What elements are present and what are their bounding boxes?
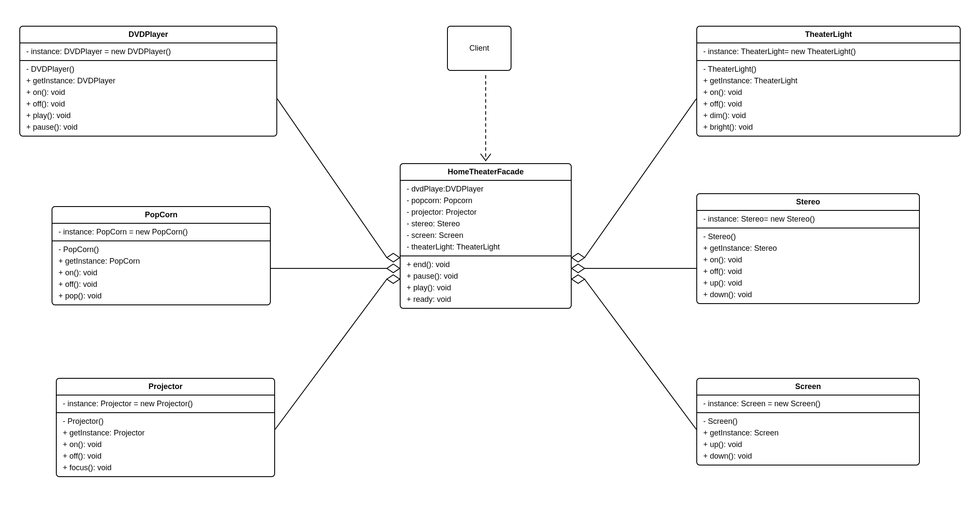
- class-operations: - PopCorn()+ getInstance: PopCorn+ on():…: [52, 241, 270, 304]
- class-title: Screen: [697, 379, 919, 395]
- uml-row: - instance: DVDPlayer = new DVDPlayer(): [26, 46, 270, 58]
- uml-row: - PopCorn(): [58, 244, 264, 256]
- svg-marker-5: [572, 264, 585, 273]
- class-attributes: - instance: TheaterLight= new TheaterLig…: [697, 43, 960, 61]
- uml-row: + off(): void: [58, 279, 264, 290]
- uml-row: + off(): void: [703, 266, 913, 277]
- uml-row: + off(): void: [26, 98, 270, 110]
- uml-row: + up(): void: [703, 439, 913, 450]
- uml-row: - DVDPlayer(): [26, 64, 270, 75]
- uml-row: - Screen(): [703, 416, 913, 427]
- class-popcorn: PopCorn - instance: PopCorn = new PopCor…: [52, 206, 271, 305]
- class-dvdplayer: DVDPlayer - instance: DVDPlayer = new DV…: [19, 26, 277, 137]
- svg-marker-1: [387, 253, 400, 262]
- class-operations: - TheaterLight()+ getInstance: TheaterLi…: [697, 61, 960, 136]
- uml-row: - stereo: Stereo: [407, 218, 565, 230]
- class-operations: - DVDPlayer()+ getInstance: DVDPlayer+ o…: [20, 61, 276, 136]
- class-screen: Screen - instance: Screen = new Screen()…: [696, 378, 920, 465]
- uml-row: + getInstance: Projector: [63, 427, 268, 439]
- class-projector: Projector - instance: Projector = new Pr…: [56, 378, 275, 477]
- uml-row: - instance: Projector = new Projector(): [63, 398, 268, 410]
- uml-row: - Projector(): [63, 416, 268, 427]
- uml-row: + off(): void: [63, 450, 268, 462]
- uml-row: - dvdPlaye:DVDPlayer: [407, 183, 565, 195]
- svg-marker-4: [572, 253, 585, 262]
- uml-row: + on(): void: [58, 267, 264, 279]
- uml-row: + end(): void: [407, 259, 565, 271]
- uml-row: + down(): void: [703, 450, 913, 462]
- class-title: Stereo: [697, 194, 919, 211]
- uml-row: + getInstance: Screen: [703, 427, 913, 439]
- uml-row: + getInstance: TheaterLight: [703, 75, 954, 87]
- uml-row: - TheaterLight(): [703, 64, 954, 75]
- svg-marker-2: [387, 264, 400, 273]
- uml-row: + play(): void: [407, 282, 565, 294]
- uml-row: + off(): void: [703, 98, 954, 110]
- uml-row: + on(): void: [703, 254, 913, 266]
- class-title: TheaterLight: [697, 27, 960, 43]
- uml-row: + getInstance: Stereo: [703, 243, 913, 254]
- class-attributes: - instance: Screen = new Screen(): [697, 395, 919, 413]
- class-title: DVDPlayer: [20, 27, 276, 43]
- class-operations: - Screen()+ getInstance: Screen+ up(): v…: [697, 413, 919, 465]
- class-attributes: - dvdPlaye:DVDPlayer- popcorn: Popcorn- …: [401, 181, 571, 256]
- uml-row: + on(): void: [703, 87, 954, 98]
- svg-line-9: [275, 279, 387, 429]
- uml-row: - instance: Screen = new Screen(): [703, 398, 913, 410]
- uml-row: + pause(): void: [26, 122, 270, 133]
- class-operations: - Stereo()+ getInstance: Stereo+ on(): v…: [697, 228, 919, 303]
- uml-row: + getInstance: DVDPlayer: [26, 75, 270, 87]
- class-attributes: - instance: DVDPlayer = new DVDPlayer(): [20, 43, 276, 61]
- class-title: PopCorn: [52, 207, 270, 224]
- svg-marker-3: [387, 275, 400, 283]
- class-title: HomeTheaterFacade: [401, 164, 571, 181]
- class-title: Projector: [57, 379, 274, 395]
- class-attributes: - instance: Stereo= new Stereo(): [697, 211, 919, 228]
- uml-row: + pop(): void: [58, 290, 264, 302]
- uml-row: - screen: Screen: [407, 230, 565, 241]
- uml-row: - Stereo(): [703, 231, 913, 243]
- uml-row: + bright(): void: [703, 122, 954, 133]
- class-attributes: - instance: Projector = new Projector(): [57, 395, 274, 413]
- uml-row: + down(): void: [703, 289, 913, 301]
- uml-row: + dim(): void: [703, 110, 954, 122]
- svg-marker-6: [572, 275, 585, 283]
- class-client: Client: [447, 26, 511, 71]
- uml-row: - instance: TheaterLight= new TheaterLig…: [703, 46, 954, 58]
- uml-row: - instance: PopCorn = new PopCorn(): [58, 226, 264, 238]
- uml-row: + up(): void: [703, 277, 913, 289]
- svg-line-7: [277, 99, 387, 258]
- class-title: Client: [469, 44, 489, 52]
- uml-row: + on(): void: [63, 439, 268, 450]
- svg-line-10: [585, 99, 696, 258]
- uml-row: - projector: Projector: [407, 207, 565, 218]
- uml-row: - theaterLight: TheaterLight: [407, 241, 565, 253]
- class-facade: HomeTheaterFacade - dvdPlaye:DVDPlayer- …: [400, 163, 572, 309]
- class-operations: + end(): void+ pause(): void+ play(): vo…: [401, 256, 571, 308]
- uml-row: + getInstance: PopCorn: [58, 256, 264, 267]
- uml-row: + pause(): void: [407, 271, 565, 282]
- svg-line-12: [585, 279, 696, 429]
- uml-row: + ready: void: [407, 294, 565, 305]
- uml-row: - popcorn: Popcorn: [407, 195, 565, 207]
- uml-row: - instance: Stereo= new Stereo(): [703, 213, 913, 225]
- uml-row: + on(): void: [26, 87, 270, 98]
- class-theaterlight: TheaterLight - instance: TheaterLight= n…: [696, 26, 961, 137]
- uml-row: + play(): void: [26, 110, 270, 122]
- class-operations: - Projector()+ getInstance: Projector+ o…: [57, 413, 274, 476]
- class-attributes: - instance: PopCorn = new PopCorn(): [52, 224, 270, 241]
- class-stereo: Stereo - instance: Stereo= new Stereo() …: [696, 193, 920, 304]
- uml-row: + focus(): void: [63, 462, 268, 474]
